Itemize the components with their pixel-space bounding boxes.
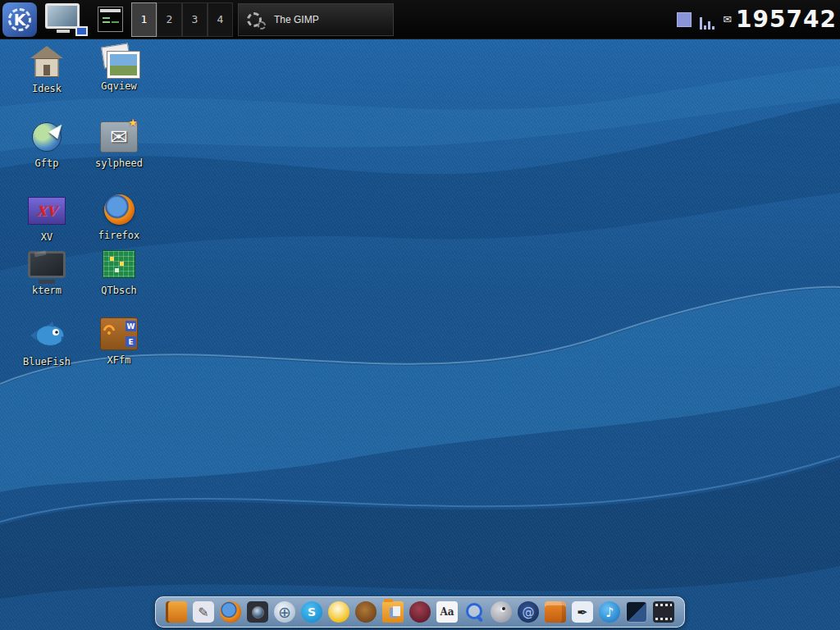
task-label: The GIMP (274, 14, 319, 25)
star-badge: ★ (128, 116, 138, 129)
load-meter (700, 10, 714, 30)
icon-label: sylpheed (92, 158, 146, 169)
envelope-glyph: ✉ (110, 125, 128, 149)
desktop-icon-kterm[interactable]: kterm (20, 247, 74, 296)
icon-box (98, 247, 139, 281)
dock-item-search[interactable] (463, 601, 485, 623)
mini-window-icon (75, 26, 88, 36)
display-launcher[interactable] (43, 2, 89, 38)
kde-menu-button[interactable]: K (2, 2, 37, 37)
workspace-pager: 1 2 3 4 (131, 2, 233, 37)
wallpaper (0, 0, 840, 630)
desktop-icon-bluefish[interactable]: BlueFish (20, 318, 74, 368)
xv-letters: XV (37, 203, 57, 219)
monitor-icon (28, 251, 66, 278)
dock-item-draw[interactable]: ✎ (193, 601, 214, 623)
dock-item-address-book[interactable] (166, 601, 187, 623)
dock-item-video[interactable] (653, 601, 674, 623)
desktop-icon-xffm[interactable]: W E XFfm (92, 317, 146, 366)
icon-label: XV (20, 231, 74, 243)
monitor-icon (45, 3, 80, 29)
dock: ✎ ⊕ S Aa @ ✒ ♪ (155, 596, 685, 628)
house-door (43, 65, 50, 75)
clock: 195742 (736, 6, 837, 33)
icon-label: Gqview (92, 80, 146, 92)
desktop-icon-qtbsch[interactable]: QTbsch (92, 247, 146, 296)
home-icon (26, 45, 67, 80)
icon-box: ✉ ★ (98, 120, 139, 154)
mail-icon[interactable]: ✉ (723, 13, 732, 25)
icon-box: W E (98, 317, 139, 351)
desktop-icon-xv[interactable]: XV XV (20, 194, 74, 243)
desktop-icon-gqview[interactable]: Gqview (92, 43, 146, 92)
dock-item-feather[interactable]: ✒ (572, 601, 593, 623)
icon-label: XFfm (92, 354, 146, 366)
meter-bar (712, 26, 714, 30)
circuit-board-icon (103, 250, 135, 278)
workspace-4[interactable]: 4 (208, 2, 233, 37)
desktop-icon-firefox[interactable]: firefox (92, 192, 146, 241)
desktop-icon-sylpheed[interactable]: ✉ ★ sylpheed (92, 120, 146, 169)
taskbar-item-gimp[interactable]: The GIMP (238, 3, 394, 36)
top-panel: K 1 2 3 4 The GIMP ✉ 195742 (0, 0, 840, 39)
workspace-2[interactable]: 2 (157, 2, 182, 37)
icon-box (26, 318, 67, 353)
dock-item-swirl[interactable]: @ (518, 601, 539, 623)
dock-item-gimp[interactable] (491, 601, 512, 623)
terminal-launcher[interactable] (98, 7, 123, 32)
icon-label: QTbsch (92, 285, 146, 296)
xv-icon: XV (28, 197, 66, 225)
meter-bar (704, 25, 706, 30)
workspace-1[interactable]: 1 (131, 2, 157, 37)
icon-label: firefox (92, 230, 146, 241)
dock-item-skype[interactable]: S (301, 601, 322, 623)
letter-e: E (126, 336, 136, 347)
dock-item-photo-editor[interactable] (626, 601, 647, 623)
icon-label: kterm (20, 285, 74, 296)
icon-label: BlueFish (20, 356, 74, 368)
file-manager-icon: W E (100, 317, 138, 350)
gear-small-icon (258, 21, 266, 30)
dock-item-fonts[interactable]: Aa (436, 601, 458, 623)
icon-box (26, 247, 67, 281)
icon-box (26, 120, 67, 154)
dock-item-documents-folder[interactable] (382, 601, 404, 623)
dock-item-music[interactable]: ♪ (599, 601, 620, 623)
meter-bar (708, 21, 710, 30)
globe-cursor-icon (32, 122, 62, 152)
desktop-icon-idesk[interactable]: Idesk (20, 45, 74, 94)
signal-arc-icon (101, 322, 117, 339)
letter-w: W (126, 321, 136, 331)
dock-item-package[interactable] (545, 601, 566, 623)
dock-item-camera[interactable] (247, 601, 268, 623)
dock-item-firefox[interactable] (220, 601, 241, 623)
firefox-icon (104, 194, 135, 225)
icon-box: XV (26, 194, 67, 228)
meter-bar (700, 17, 702, 30)
fish-icon (28, 320, 66, 351)
dock-item-gnu[interactable] (355, 601, 377, 623)
pager-applet[interactable] (677, 12, 692, 27)
dock-item-web-browser[interactable]: ⊕ (274, 601, 295, 623)
desktop-icon-gftp[interactable]: Gftp (20, 120, 74, 169)
images-icon (98, 43, 139, 77)
icon-label: Gftp (20, 158, 74, 169)
k-letter: K (14, 11, 26, 29)
icon-box (98, 192, 139, 226)
icon-label: Idesk (20, 83, 74, 94)
dock-item-wine[interactable] (409, 601, 431, 623)
workspace-3[interactable]: 3 (182, 2, 208, 37)
dock-item-idea[interactable] (328, 601, 349, 623)
